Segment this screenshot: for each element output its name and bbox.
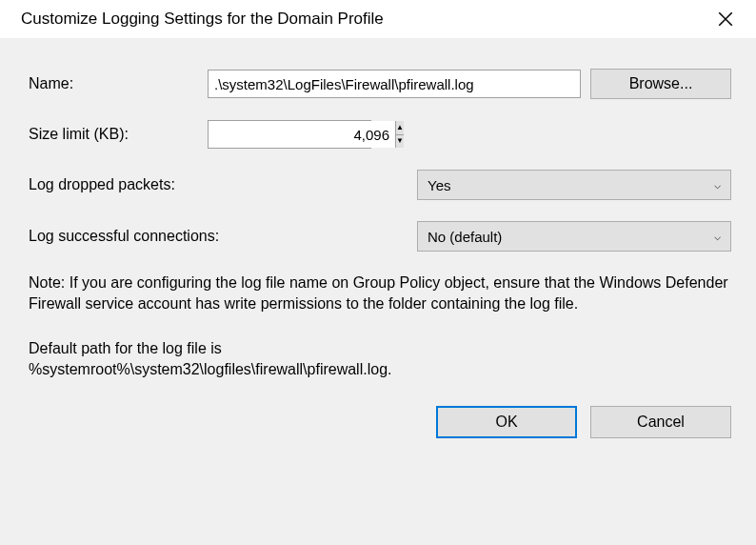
name-input[interactable] <box>208 70 581 98</box>
connections-dropdown[interactable]: No (default) ⌵ <box>417 221 731 252</box>
button-row: OK Cancel <box>29 406 731 438</box>
chevron-down-icon: ⌵ <box>714 230 721 243</box>
spinner-buttons: ▲ ▼ <box>395 121 404 148</box>
connections-value: No (default) <box>428 229 502 245</box>
close-icon <box>717 10 734 28</box>
connections-label: Log successful connections: <box>29 228 417 245</box>
window-title: Customize Logging Settings for the Domai… <box>21 10 384 29</box>
name-label: Name: <box>29 75 208 92</box>
size-label: Size limit (KB): <box>29 126 208 143</box>
spinner-down-button[interactable]: ▼ <box>396 135 404 149</box>
dropped-packets-value: Yes <box>428 177 450 193</box>
chevron-down-icon: ⌵ <box>714 178 721 192</box>
dropped-packets-dropdown[interactable]: Yes ⌵ <box>417 170 731 200</box>
ok-button[interactable]: OK <box>436 406 577 438</box>
size-spinner[interactable]: ▲ ▼ <box>208 120 371 149</box>
size-input[interactable] <box>209 121 395 148</box>
close-button[interactable] <box>712 6 739 32</box>
note-text: Note: If you are configuring the log fil… <box>29 272 731 313</box>
name-row: Name: Browse... <box>29 69 731 99</box>
connections-row: Log successful connections: No (default)… <box>29 221 731 252</box>
default-path-text: Default path for the log file is %system… <box>29 338 731 379</box>
path-intro: Default path for the log file is <box>29 340 222 356</box>
dropped-packets-label: Log dropped packets: <box>29 176 417 193</box>
size-row: Size limit (KB): ▲ ▼ <box>29 120 731 149</box>
title-bar: Customize Logging Settings for the Domai… <box>0 0 756 38</box>
dialog-content: Name: Browse... Size limit (KB): ▲ ▼ Log… <box>0 38 756 457</box>
cancel-button[interactable]: Cancel <box>590 406 731 438</box>
spinner-up-button[interactable]: ▲ <box>396 121 404 135</box>
dropped-packets-row: Log dropped packets: Yes ⌵ <box>29 170 731 200</box>
browse-button[interactable]: Browse... <box>590 69 731 99</box>
path-value: %systemroot%\system32\logfiles\firewall\… <box>29 361 391 377</box>
